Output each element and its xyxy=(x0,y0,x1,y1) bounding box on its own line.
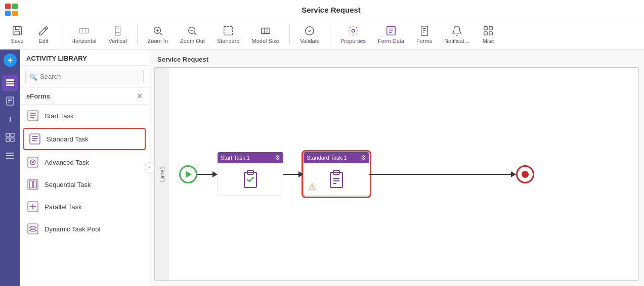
vertical-button[interactable]: Vertical xyxy=(105,23,131,46)
misc-label: Misc xyxy=(483,38,494,44)
standard-task-label: Standard Task xyxy=(47,135,89,143)
forms-button[interactable]: Forms xyxy=(412,23,436,46)
sequential-task-label: Sequential Task xyxy=(45,181,91,188)
activity-library: ACTIVITY LIBRARY 🔍 eForms ✕ Start Task xyxy=(20,50,149,286)
standard-task-node[interactable]: Standard Task.1 ⚙ ⚠ xyxy=(304,152,369,196)
nav-grid-icon[interactable] xyxy=(2,129,18,146)
page-title: Service Request xyxy=(23,6,639,14)
library-item-advanced-task[interactable]: Advanced Task xyxy=(20,151,149,173)
notifications-button[interactable]: Notificat... xyxy=(440,23,473,46)
start-node[interactable] xyxy=(179,165,197,183)
model-size-button[interactable]: Model Size xyxy=(248,23,283,46)
model-size-label: Model Size xyxy=(252,38,279,44)
end-node[interactable] xyxy=(516,165,534,183)
divider1 xyxy=(61,25,61,45)
top-bar: Service Request xyxy=(0,0,644,20)
svg-rect-38 xyxy=(6,79,14,81)
start-task-node[interactable]: Start Task.1 ⚙ xyxy=(218,152,283,196)
library-search: 🔍 xyxy=(20,66,149,88)
canvas-title: Service Request xyxy=(157,56,208,63)
horizontal-button[interactable]: Horizontal xyxy=(67,23,101,46)
zoom-out-label: Zoom Out xyxy=(180,38,205,44)
flow-diagram: Start Task.1 ⚙ xyxy=(169,68,638,280)
svg-rect-2 xyxy=(5,11,11,16)
svg-rect-45 xyxy=(6,133,10,137)
divider3 xyxy=(289,25,290,45)
start-task-node-label: Start Task.1 xyxy=(221,155,250,161)
validate-button[interactable]: Validate xyxy=(296,23,324,46)
svg-rect-37 xyxy=(489,32,492,35)
arrow-line-3 xyxy=(369,174,511,175)
app-logo xyxy=(5,4,18,17)
canvas-area: Service Request Lane1 Start Task.1 ⚙ xyxy=(149,50,644,286)
dynamic-task-pool-label: Dynamic Task Pool xyxy=(45,225,100,233)
standard-task-clipboard-icon xyxy=(326,169,347,189)
horizontal-label: Horizontal xyxy=(71,38,97,44)
svg-rect-10 xyxy=(115,26,120,35)
start-task-gear-icon[interactable]: ⚙ xyxy=(275,154,280,161)
library-item-standard-task[interactable]: Standard Task xyxy=(23,128,146,150)
svg-rect-48 xyxy=(11,138,14,141)
start-task-header: Start Task.1 ⚙ xyxy=(218,152,283,163)
library-title: ACTIVITY LIBRARY xyxy=(20,50,149,66)
standard-button[interactable]: Standard xyxy=(213,23,244,46)
search-input[interactable] xyxy=(25,70,144,83)
arrow-line-1 xyxy=(197,174,212,175)
svg-rect-1 xyxy=(12,4,18,9)
form-data-button[interactable]: Form Data xyxy=(374,23,408,46)
standard-task-gear-icon[interactable]: ⚙ xyxy=(361,154,366,161)
nav-list-icon[interactable] xyxy=(2,75,18,91)
nav-add-icon[interactable]: + xyxy=(4,54,17,67)
save-label: Save xyxy=(11,38,23,44)
nav-text-icon[interactable]: I xyxy=(2,111,18,127)
validate-label: Validate xyxy=(300,38,320,44)
svg-rect-20 xyxy=(224,27,233,35)
library-item-parallel-task[interactable]: Parallel Task xyxy=(20,196,149,218)
edit-button[interactable]: Edit xyxy=(32,23,55,46)
library-item-sequential-task[interactable]: Sequential Task xyxy=(20,173,149,196)
arrow-head-1 xyxy=(212,171,218,177)
zoom-in-label: Zoom In xyxy=(148,38,168,44)
library-items: Start Task Standard Task Advanced Task xyxy=(20,105,149,286)
collapse-library-button[interactable]: ‹ xyxy=(144,162,155,173)
svg-rect-4 xyxy=(13,27,22,35)
eforms-label: eForms xyxy=(26,92,50,100)
svg-rect-52 xyxy=(28,111,38,121)
form-data-label: Form Data xyxy=(378,38,404,44)
svg-rect-49 xyxy=(6,153,14,154)
vertical-label: Vertical xyxy=(109,38,127,44)
misc-button[interactable]: Misc xyxy=(477,23,499,46)
svg-rect-40 xyxy=(6,84,14,86)
svg-rect-21 xyxy=(261,28,270,34)
svg-rect-36 xyxy=(484,32,487,35)
divider2 xyxy=(137,25,138,45)
edit-label: Edit xyxy=(39,38,49,44)
start-icon xyxy=(186,171,192,178)
nav-lines-icon[interactable] xyxy=(2,148,18,164)
nav-form-icon[interactable] xyxy=(2,93,18,109)
library-item-dynamic-task-pool[interactable]: Dynamic Task Pool xyxy=(20,218,149,240)
zoom-out-button[interactable]: Zoom Out xyxy=(176,23,209,46)
start-task-label: Start Task xyxy=(45,112,74,120)
svg-rect-6 xyxy=(15,31,19,35)
svg-rect-50 xyxy=(6,155,14,156)
svg-rect-53 xyxy=(30,134,40,144)
arrow-1 xyxy=(197,171,218,177)
notifications-label: Notificat... xyxy=(444,38,469,44)
eforms-close-button[interactable]: ✕ xyxy=(137,92,143,100)
save-button[interactable]: Save xyxy=(6,23,28,46)
advanced-task-label: Advanced Task xyxy=(45,159,89,166)
divider4 xyxy=(330,25,330,45)
warning-icon: ⚠ xyxy=(308,181,316,193)
swimlane: Lane1 Start Task.1 ⚙ xyxy=(154,67,639,281)
standard-label: Standard xyxy=(217,38,240,44)
properties-button[interactable]: Properties xyxy=(336,23,370,46)
arrow-3 xyxy=(369,171,516,177)
svg-rect-47 xyxy=(6,138,10,141)
library-item-start-task[interactable]: Start Task xyxy=(20,105,149,127)
svg-rect-5 xyxy=(15,27,19,30)
arrow-head-2 xyxy=(298,171,304,177)
start-task-clipboard-icon xyxy=(240,169,261,189)
zoom-in-button[interactable]: Zoom In xyxy=(144,23,172,46)
svg-line-18 xyxy=(195,33,197,35)
